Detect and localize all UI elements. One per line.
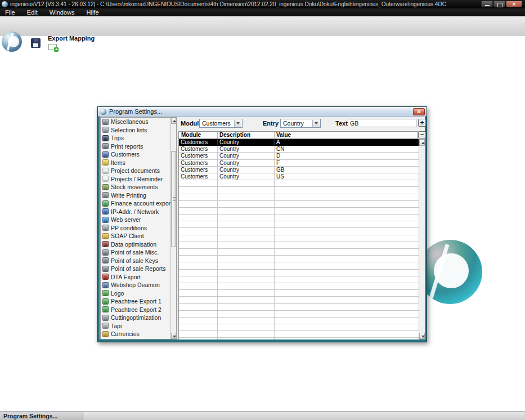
sidebar-item[interactable]: Tapi xyxy=(101,322,171,330)
scroll-up-button[interactable] xyxy=(419,140,425,146)
cell-module: Customers xyxy=(179,160,218,166)
table-empty-row[interactable] xyxy=(179,228,419,235)
sidebar-item[interactable]: Finance account export xyxy=(101,199,171,208)
sidebar-item[interactable]: Cuttingoptimization xyxy=(101,314,171,322)
table-empty-row[interactable] xyxy=(179,290,419,297)
scroll-down-button[interactable] xyxy=(419,333,425,339)
text-input[interactable] xyxy=(348,119,416,127)
sidebar-item[interactable]: PP conditions xyxy=(101,224,171,233)
cell-description xyxy=(218,290,275,296)
table-empty-row[interactable] xyxy=(179,221,419,228)
table-empty-row[interactable] xyxy=(179,208,419,215)
remove-entry-button[interactable]: − xyxy=(418,131,426,138)
sidebar-item[interactable]: Peachtree Export 1 xyxy=(101,297,171,306)
app-logo-icon xyxy=(2,1,8,7)
sidebar-item[interactable]: SOAP Client xyxy=(101,232,171,240)
sidebar-item[interactable]: Trips xyxy=(101,134,171,142)
sidebar-item[interactable]: Write Printing xyxy=(101,191,171,200)
table-empty-row[interactable] xyxy=(179,201,419,208)
sidebar-scrollbar[interactable] xyxy=(170,118,176,339)
sidebar-item[interactable]: Point of sale Misc. xyxy=(101,248,171,257)
table-row[interactable]: Customers Country A xyxy=(179,139,419,146)
menu-item[interactable]: Windows xyxy=(44,8,80,16)
table-row[interactable]: Customers Country CN xyxy=(179,146,419,153)
finance-account-export-icon xyxy=(102,200,109,207)
sidebar-item-label: Peachtree Export 1 xyxy=(111,298,161,305)
sidebar-item[interactable]: Point of sale Reports xyxy=(101,265,171,273)
table-row[interactable]: Customers Country D xyxy=(179,153,419,159)
table-empty-row[interactable] xyxy=(179,194,419,201)
table-row[interactable]: Customers Country F xyxy=(179,160,419,167)
sidebar-item[interactable]: Items xyxy=(101,159,171,167)
column-header-description[interactable]: Description xyxy=(218,132,275,138)
table-empty-row[interactable] xyxy=(179,297,419,303)
menu-item[interactable]: Edit xyxy=(22,8,43,16)
table-empty-row[interactable] xyxy=(179,249,419,256)
table-empty-row[interactable] xyxy=(179,311,419,318)
table-empty-row[interactable] xyxy=(179,242,419,249)
table-empty-row[interactable] xyxy=(179,270,419,276)
sidebar-item[interactable]: Project documents xyxy=(101,167,171,175)
sidebar-item[interactable]: Data optimisation xyxy=(101,240,171,249)
sidebar-item[interactable]: Web server xyxy=(101,216,171,224)
sidebar-item[interactable]: Webshop Deamon xyxy=(101,281,171,289)
sidebar-item-label: Trips xyxy=(111,135,124,141)
column-header-module[interactable]: Module xyxy=(179,132,218,138)
scroll-down-button[interactable] xyxy=(171,333,176,339)
entry-select[interactable]: Country xyxy=(280,119,321,128)
table-row[interactable]: Customers Country GB xyxy=(179,167,419,173)
maximize-button[interactable] xyxy=(493,1,505,7)
table-row[interactable]: Customers Country US xyxy=(179,173,419,180)
cell-module xyxy=(179,249,218,255)
table-empty-row[interactable] xyxy=(179,324,419,331)
table-empty-row[interactable] xyxy=(179,187,419,194)
sidebar-item[interactable]: Customers xyxy=(101,150,171,159)
table-empty-row[interactable] xyxy=(179,180,419,187)
sidebar-item-label: PP conditions xyxy=(111,225,147,231)
table-empty-row[interactable] xyxy=(179,304,419,311)
table-empty-row[interactable] xyxy=(179,262,419,269)
table-scrollbar[interactable] xyxy=(419,139,425,339)
window-titlebar[interactable]: ingeniousV12 [V3.3.41 - 26.03.12] - C:\U… xyxy=(0,0,525,8)
sidebar-scrollbar-thumb[interactable] xyxy=(171,151,176,247)
sidebar-item-label: Currencies xyxy=(111,330,140,337)
minimize-button[interactable] xyxy=(481,1,493,7)
sidebar-item[interactable] xyxy=(101,338,171,339)
sidebar-item[interactable]: Currencies xyxy=(101,330,171,338)
close-button[interactable] xyxy=(506,1,522,7)
sidebar-item[interactable]: Peachtree Export 2 xyxy=(101,306,171,314)
sidebar-item[interactable]: Stock movements xyxy=(101,183,171,191)
sidebar-item[interactable]: Projects / Reminder xyxy=(101,175,171,184)
table-empty-row[interactable] xyxy=(179,215,419,221)
column-header-value[interactable]: Value xyxy=(275,132,418,138)
table-empty-row[interactable] xyxy=(179,256,419,262)
menu-item[interactable]: Hilfe xyxy=(82,8,104,16)
menu-item[interactable]: File xyxy=(0,8,20,16)
table-empty-row[interactable] xyxy=(179,283,419,290)
table-empty-row[interactable] xyxy=(179,235,419,242)
sidebar-item-label: Customers xyxy=(111,151,140,158)
sidebar-item[interactable]: DTA Export xyxy=(101,273,171,282)
cell-description xyxy=(218,215,275,221)
table-empty-row[interactable] xyxy=(179,331,419,338)
module-select[interactable]: Customers xyxy=(199,119,243,128)
table-empty-row[interactable] xyxy=(179,276,419,283)
background-logo-sphere xyxy=(418,240,482,304)
sidebar-item[interactable]: IP-Addr. / Network xyxy=(101,208,171,216)
dropdown-button[interactable] xyxy=(234,120,241,127)
sidebar-item[interactable]: Print reports xyxy=(101,142,171,151)
dropdown-button[interactable] xyxy=(312,120,320,127)
sidebar-item[interactable]: Point of sale Keys xyxy=(101,257,171,265)
sidebar-item[interactable]: Logo xyxy=(101,289,171,298)
add-entry-button[interactable]: + xyxy=(418,119,426,127)
table-empty-row[interactable] xyxy=(179,318,419,324)
program-settings-task-button[interactable]: Program Settings... xyxy=(0,412,83,420)
dialog-close-button[interactable] xyxy=(413,108,425,115)
dialog-titlebar[interactable]: Program Settings... xyxy=(98,107,427,117)
table-empty-row[interactable] xyxy=(179,338,419,339)
sidebar-item[interactable]: Selection lists xyxy=(101,126,171,135)
sidebar-item-label: Tapi xyxy=(111,323,122,329)
cell-value xyxy=(275,276,419,283)
scroll-up-button[interactable] xyxy=(171,118,176,124)
sidebar-item[interactable]: Miscellaneous xyxy=(101,118,171,126)
